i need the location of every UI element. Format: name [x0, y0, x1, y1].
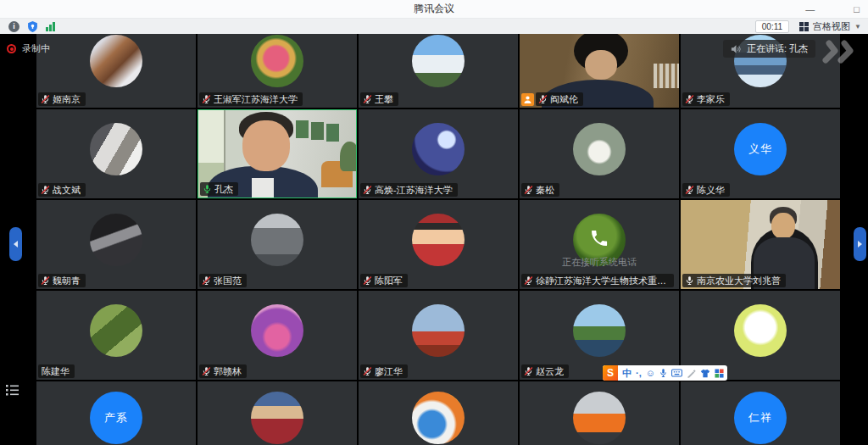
view-mode-button[interactable]: 宫格视图 ▼ — [799, 20, 861, 33]
mic-muted-icon — [524, 185, 533, 195]
participant-tile[interactable]: 陈阳军 — [359, 200, 518, 289]
participant-avatar — [412, 123, 465, 175]
next-page-button[interactable] — [854, 227, 866, 261]
participant-tile[interactable]: 产系 — [36, 381, 196, 445]
participant-avatar — [90, 123, 142, 175]
chevron-down-icon: ▼ — [854, 23, 861, 31]
video-face — [242, 120, 290, 171]
participant-avatar — [412, 392, 465, 444]
participant-tile[interactable]: 战文斌 — [36, 109, 196, 198]
mic-muted-icon — [41, 94, 50, 104]
mic-muted-icon — [685, 94, 694, 104]
ime-keyboard-icon[interactable] — [671, 369, 682, 377]
participant-tile[interactable]: 南京农业大学刘兆普 — [681, 200, 840, 289]
participant-tile[interactable]: 义华陈义华 — [681, 109, 840, 198]
mic-muted-icon — [685, 185, 694, 195]
participant-name-label: 孔杰 — [200, 182, 238, 196]
tile-label-row: 姬南京 — [38, 92, 86, 106]
participant-name: 张国范 — [214, 275, 242, 287]
meeting-statusbar: i 00:11 宫格视图 ▼ — [0, 19, 868, 34]
tile-label-row: 魏朝青 — [38, 274, 86, 287]
participant-name-label: 陈阳军 — [360, 274, 408, 287]
video-grid-stage: 姬南京王淑军江苏海洋大学王攀阎斌伦李家乐战文斌孔杰高焕-江苏海洋大学秦松义华陈义… — [0, 0, 868, 445]
recording-label: 录制中 — [22, 42, 50, 55]
maximize-button[interactable]: □ — [854, 5, 860, 14]
speaking-label: 正在讲话: 孔杰 — [747, 42, 808, 55]
participant-tile[interactable]: 仁祥 — [681, 381, 840, 445]
participant-tile[interactable]: 张国范 — [198, 200, 357, 289]
participant-name-label: 廖江华 — [360, 364, 408, 378]
statusbar-right: 00:11 宫格视图 ▼ — [755, 19, 861, 34]
tile-label-row: 孔杰 — [200, 182, 238, 196]
participant-name-label: 陈建华 — [38, 364, 75, 378]
previous-page-button[interactable] — [9, 227, 22, 261]
participant-avatar — [251, 304, 303, 357]
ime-voice-icon[interactable] — [659, 368, 667, 378]
mic-muted-icon — [363, 275, 372, 286]
ime-handwriting-icon[interactable] — [687, 369, 696, 378]
participant-tile[interactable]: 魏朝青 — [36, 200, 196, 289]
participant-tile[interactable]: 正在接听系统电话徐静江苏海洋大学生物技术重点实验室 — [520, 200, 679, 289]
participant-avatar — [412, 214, 465, 266]
video-face — [585, 50, 617, 80]
participant-tile[interactable] — [520, 381, 679, 445]
mic-muted-icon — [363, 94, 372, 104]
participant-name-label: 徐静江苏海洋大学生物技术重点实验室 — [521, 274, 674, 287]
ime-toolbox-icon[interactable] — [715, 369, 724, 378]
ime-emoji-icon[interactable]: ☺ — [646, 369, 655, 378]
participant-name-label: 陈义华 — [682, 183, 730, 197]
participant-tile[interactable]: 郭赣林 — [198, 291, 357, 380]
tile-label-row: 王淑军江苏海洋大学 — [199, 92, 303, 106]
tile-label-row: 战文斌 — [38, 183, 86, 197]
participant-avatar — [573, 123, 626, 175]
participant-tile[interactable]: 秦松 — [520, 109, 679, 198]
participant-name: 南京农业大学刘兆普 — [697, 275, 781, 287]
participant-tile[interactable]: 廖江华 — [359, 291, 518, 380]
participant-tile[interactable] — [359, 381, 518, 445]
mic-muted-icon — [524, 275, 533, 286]
mic-muted-icon — [363, 185, 372, 195]
avatar-text: 义华 — [748, 142, 772, 157]
tencent-meeting-window: 姬南京王淑军江苏海洋大学王攀阎斌伦李家乐战文斌孔杰高焕-江苏海洋大学秦松义华陈义… — [0, 0, 868, 445]
participant-name: 魏朝青 — [53, 275, 81, 287]
tile-label-row: 陈义华 — [682, 183, 730, 197]
tile-label-row: 高焕-江苏海洋大学 — [360, 183, 458, 197]
meeting-info-icon[interactable]: i — [8, 21, 19, 32]
minimize-button[interactable]: — — [805, 5, 815, 14]
participant-tile[interactable]: 陈建华 — [36, 291, 196, 380]
ime-skin-icon[interactable] — [700, 369, 710, 378]
participant-name: 陈义华 — [697, 184, 725, 197]
security-shield-icon[interactable] — [27, 21, 38, 32]
tile-label-row: 张国范 — [199, 274, 247, 287]
participant-name-label: 王攀 — [360, 92, 398, 106]
sogou-logo-icon[interactable]: S — [603, 365, 618, 381]
participant-name: 王攀 — [375, 93, 393, 106]
mic-muted-icon — [202, 275, 211, 286]
avatar-text: 仁祥 — [748, 410, 772, 426]
participant-tile[interactable]: 阎斌伦 — [520, 34, 679, 108]
participant-name: 郭赣林 — [214, 365, 242, 378]
participant-avatar — [90, 304, 142, 357]
participant-tile[interactable]: 王攀 — [359, 34, 518, 108]
video-books — [654, 64, 679, 89]
right-arrow-icon — [858, 241, 862, 248]
participant-tile[interactable] — [198, 381, 357, 445]
ime-punctuation-toggle[interactable]: ·, — [636, 369, 642, 378]
tile-label-row: 王攀 — [360, 92, 398, 106]
participant-name-label: 王淑军江苏海洋大学 — [199, 92, 303, 106]
member-list-icon[interactable] — [5, 383, 19, 397]
meeting-timer: 00:11 — [755, 20, 789, 33]
participant-tile[interactable]: 高焕-江苏海洋大学 — [359, 109, 518, 198]
record-icon — [7, 44, 16, 53]
participant-tile[interactable]: 姬南京 — [36, 34, 196, 108]
window-title: 腾讯会议 — [414, 2, 454, 16]
network-signal-icon[interactable] — [46, 21, 55, 31]
sogou-ime-toolbar: S 中 ·, ☺ — [603, 365, 727, 381]
participant-tile[interactable]: 王淑军江苏海洋大学 — [198, 34, 357, 108]
participant-avatar — [573, 392, 626, 444]
ime-language-toggle[interactable]: 中 — [622, 369, 632, 378]
participant-avatar — [90, 35, 142, 87]
participant-tile[interactable]: 孔杰 — [198, 109, 357, 198]
participant-name-label: 战文斌 — [38, 183, 86, 197]
tile-label-row: 李家乐 — [682, 92, 730, 106]
